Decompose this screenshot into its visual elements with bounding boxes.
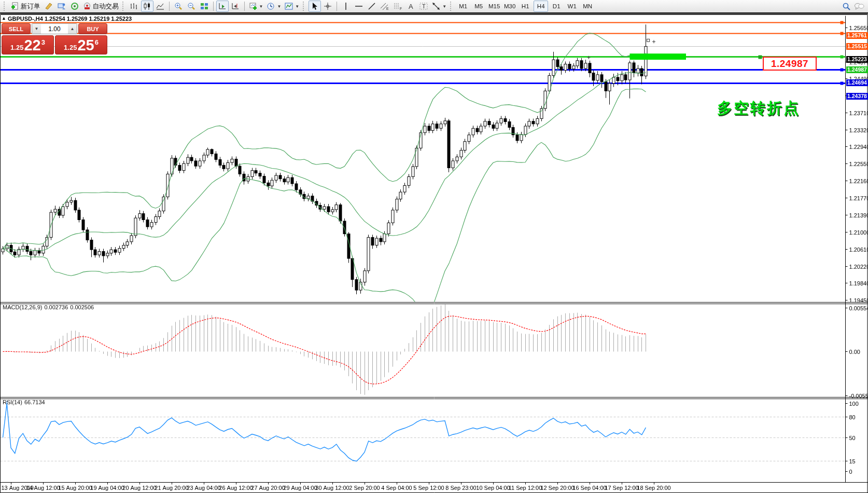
buy-quote[interactable]: 1.25 25 6 (55, 35, 107, 54)
one-click-trading-panel: SELL ▼ ▲ BUY 1.25 22 3 1.25 25 6 (2, 23, 107, 54)
sell-quote-pip: 3 (41, 38, 45, 46)
chart-canvas[interactable] (0, 13, 868, 493)
price-badge: 1.24987 (846, 66, 868, 73)
new-order-label: 新订单 (21, 2, 40, 11)
rsi-name: RSI(14) (3, 399, 22, 405)
zoom-out-icon (187, 2, 195, 10)
auto-scroll-button[interactable] (216, 1, 229, 12)
hline-tool-button[interactable] (353, 1, 365, 12)
price-badge: 1.25223 (846, 56, 868, 63)
mt4-terminal: 新订单 自动交易 (0, 0, 868, 493)
svg-text:F: F (400, 7, 402, 10)
horizontal-line-icon (355, 3, 363, 10)
trendline-tool-button[interactable] (366, 1, 378, 12)
timeframe-group: M1M5M15M30H1H4D1W1MN (456, 1, 595, 12)
line-chart-icon (156, 2, 164, 10)
toolbar: 新订单 自动交易 (0, 0, 868, 13)
toolbar-grip[interactable] (122, 2, 126, 11)
new-order-button[interactable]: 新订单 (9, 1, 42, 12)
zoom-in-button[interactable] (172, 1, 185, 12)
equidistant-channel-icon: E (380, 2, 389, 10)
sell-quote-big: 22 (24, 38, 40, 53)
chart-line-button[interactable] (154, 1, 166, 12)
search-icon (842, 2, 851, 11)
timeframe-M30[interactable]: M30 (502, 1, 517, 12)
chat-icon (854, 2, 864, 10)
zoom-out-button[interactable] (185, 1, 198, 12)
fibonacci-tool-button[interactable]: F (391, 1, 404, 12)
chart-bars-button[interactable] (128, 1, 141, 12)
timeframe-M5[interactable]: M5 (471, 1, 486, 12)
sell-quote-base: 1.25 (10, 44, 23, 51)
buy-button[interactable]: BUY (78, 23, 107, 34)
rsi-label: RSI(14)66.7134 (3, 399, 47, 405)
vertical-line-icon (342, 2, 349, 10)
cursor-button[interactable] (309, 1, 321, 12)
bar-chart-icon (130, 2, 138, 10)
text-tool-button[interactable]: A (404, 1, 417, 12)
channel-tool-button[interactable]: E (379, 1, 391, 12)
toolbar-grip[interactable] (4, 2, 7, 11)
new-chart-button[interactable]: ▼ (247, 1, 265, 12)
label-tool-button[interactable]: T (417, 1, 430, 12)
price-badge: 1.25761 (846, 32, 868, 39)
chevron-down-icon: ▼ (259, 4, 263, 9)
price-badge: 1.25515 (846, 43, 868, 50)
new-order-icon (11, 2, 19, 10)
oneclick-collapse-icon[interactable]: ▲ (2, 16, 6, 21)
sell-quote[interactable]: 1.25 22 3 (2, 35, 54, 54)
search-button[interactable] (840, 1, 852, 12)
timeframe-MN[interactable]: MN (580, 1, 595, 12)
timeframe-H4[interactable]: H4 (534, 1, 548, 12)
styler-button[interactable] (43, 1, 55, 12)
arrows-icon (432, 2, 440, 10)
autotrade-button[interactable]: 自动交易 (81, 1, 120, 12)
tile-windows-button[interactable] (198, 1, 211, 12)
chat-button[interactable] (852, 1, 866, 12)
text-icon: A (409, 3, 413, 10)
crosshair-button[interactable] (321, 1, 334, 12)
vline-tool-button[interactable] (340, 1, 352, 12)
periods-button[interactable]: ▼ (265, 1, 283, 12)
buy-quote-base: 1.25 (64, 44, 77, 51)
auto-scroll-icon (218, 2, 227, 10)
timeframe-M1[interactable]: M1 (456, 1, 470, 12)
cursor-icon (311, 2, 319, 10)
chart-shift-icon (231, 2, 240, 10)
cn-annotation-text: 多空转折点 (717, 98, 800, 119)
terminal-button[interactable] (55, 1, 68, 12)
timeframe-M15[interactable]: M15 (487, 1, 501, 12)
price-badge: 1.24378 (846, 93, 868, 100)
timeframe-D1[interactable]: D1 (549, 1, 564, 12)
chevron-down-icon: ▼ (442, 4, 446, 9)
autotrade-label: 自动交易 (93, 2, 119, 11)
macd-name: MACD(12,26,9) (3, 304, 42, 310)
macd-value-signal: 0.002506 (70, 304, 94, 310)
signal-button[interactable] (68, 1, 81, 12)
template-icon (285, 2, 293, 10)
sell-button[interactable]: SELL (2, 23, 31, 34)
toolbar-grip[interactable] (450, 2, 454, 11)
trendline-icon (368, 2, 376, 10)
signal-icon (71, 2, 79, 10)
macd-value-main: 0.002736 (44, 304, 68, 310)
volume-input[interactable] (41, 24, 68, 34)
template-button[interactable]: ▼ (283, 1, 301, 12)
fibonacci-icon: F (393, 2, 402, 10)
timeframe-H1[interactable]: H1 (518, 1, 533, 12)
volume-up-button[interactable]: ▲ (68, 24, 77, 34)
buy-quote-big: 25 (77, 38, 94, 53)
chevron-down-icon: ▼ (295, 4, 299, 9)
toolbar-grip[interactable] (303, 2, 306, 11)
chart-shift-button[interactable] (229, 1, 242, 12)
symbol-ohlc-line: GBPUSD-,H4 1.25254 1.25269 1.25219 1.252… (8, 16, 132, 22)
volume-down-button[interactable]: ▼ (32, 24, 41, 34)
candlestick-icon (143, 2, 151, 10)
price-badge: 1.24694 (846, 79, 868, 86)
timeframe-W1[interactable]: W1 (565, 1, 579, 12)
tile-windows-icon (200, 2, 208, 10)
macd-label: MACD(12,26,9)0.0027360.002506 (3, 304, 96, 310)
chart-candles-button[interactable] (141, 1, 153, 12)
svg-text:T: T (422, 3, 426, 9)
arrows-tool-button[interactable]: ▼ (430, 1, 448, 12)
